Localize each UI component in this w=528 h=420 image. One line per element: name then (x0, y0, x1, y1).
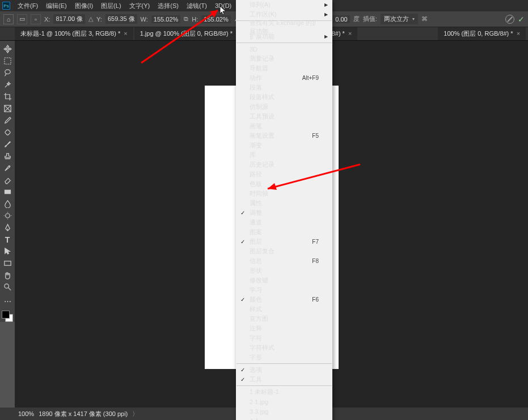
menu-item[interactable]: 通道 (236, 218, 332, 227)
svg-point-1 (5, 70, 10, 74)
eraser-tool-icon[interactable] (1, 174, 14, 186)
menu-item[interactable]: 学习 (236, 285, 332, 295)
menu-item[interactable]: 图案 (236, 227, 332, 237)
dodge-tool-icon[interactable] (1, 210, 14, 222)
menu-item[interactable]: 历史记录 (236, 160, 332, 169)
frame-tool-icon[interactable] (1, 103, 14, 114)
status-chevron-icon[interactable]: 〉 (132, 410, 138, 418)
menu-item[interactable]: 3D (236, 44, 332, 54)
history-brush-tool-icon[interactable] (1, 162, 14, 174)
wand-tool-icon[interactable] (1, 79, 14, 91)
warp-icon[interactable]: ⌘ (421, 15, 428, 23)
menu-item[interactable]: 3 3.jpg (236, 406, 332, 416)
menu-layer[interactable]: 图层(L) (97, 1, 125, 11)
zoom-tool-icon[interactable] (1, 281, 14, 293)
menu-file[interactable]: 文件(F) (14, 1, 42, 11)
y-label: Y: (96, 16, 102, 23)
lasso-tool-icon[interactable] (1, 67, 14, 79)
menu-edit[interactable]: 编辑(E) (42, 1, 71, 11)
x-value[interactable]: 817.00 像 (53, 14, 85, 24)
close-icon[interactable]: × (348, 30, 352, 37)
skew-icon: 度 (353, 15, 360, 23)
pen-tool-icon[interactable] (1, 222, 14, 234)
document-tab[interactable]: 未标题-1 @ 100% (图层 3, RGB/8) *× (15, 27, 133, 40)
menu-item[interactable]: 字符样式 (236, 343, 332, 353)
document-tab[interactable]: 1.jpg @ 100% (图层 0, RGB/8#) *× (134, 27, 246, 40)
type-tool-icon[interactable]: T (1, 234, 14, 245)
path-select-tool-icon[interactable] (1, 245, 14, 257)
menu-item[interactable]: 样式 (236, 304, 332, 314)
eyedropper-tool-icon[interactable] (1, 114, 14, 126)
menu-item[interactable]: 扩展功能 (236, 32, 332, 41)
menu-item[interactable]: 仿制源 (236, 102, 332, 112)
menu-item[interactable]: 库 (236, 150, 332, 160)
h-value[interactable]: 155.02% (201, 15, 230, 23)
gradient-tool-icon[interactable] (1, 186, 14, 198)
menu-item[interactable]: 工具 (236, 375, 332, 384)
reference-point-icon[interactable]: ▫ (31, 14, 41, 24)
menu-item[interactable]: 段落样式 (236, 92, 332, 102)
menu-item[interactable]: 测量记录 (236, 54, 332, 63)
interp-label: 插值: (363, 15, 377, 23)
menu-item[interactable]: 形状 (236, 266, 332, 275)
menu-item[interactable]: 路径 (236, 169, 332, 179)
svg-rect-3 (5, 129, 11, 135)
menu-item[interactable]: 查找有关 Exchange 的扩展功能... (236, 22, 332, 32)
menu-item[interactable]: 段落 (236, 83, 332, 92)
menu-item[interactable]: 调整 (236, 208, 332, 218)
menu-item[interactable]: 图层复合 (236, 247, 332, 256)
edit-toolbar-icon[interactable]: ⋯ (1, 295, 14, 307)
menu-item[interactable]: 排列(A) (236, 0, 332, 10)
menu-item[interactable]: 画笔设置F5 (236, 131, 332, 141)
commit-icon[interactable]: ✓ (518, 15, 525, 24)
document-tab[interactable]: 100% (图层 0, RGB/8#) *× (438, 27, 526, 40)
menu-item[interactable]: 动作Alt+F9 (236, 73, 332, 83)
menu-item[interactable]: 工具预设 (236, 112, 332, 121)
marquee-tool-icon[interactable] (1, 55, 14, 67)
menu-item[interactable]: 1 未标题-1 (236, 387, 332, 397)
svg-point-7 (4, 284, 9, 289)
menu-type[interactable]: 文字(Y) (125, 1, 154, 11)
menu-item[interactable]: 颜色F6 (236, 295, 332, 304)
transform-icon[interactable]: ▭ (17, 14, 27, 24)
menu-item[interactable]: 信息F8 (236, 256, 332, 266)
menu-item[interactable]: 2 1.jpg (236, 397, 332, 406)
menu-filter[interactable]: 滤镜(T) (183, 1, 211, 11)
menu-item[interactable]: 直方图 (236, 314, 332, 324)
hand-tool-icon[interactable] (1, 269, 14, 281)
zoom-level[interactable]: 100% (18, 410, 34, 417)
y-value[interactable]: 659.35 像 (105, 14, 137, 24)
crop-tool-icon[interactable] (1, 91, 14, 103)
rectangle-tool-icon[interactable] (1, 257, 14, 269)
menu-select[interactable]: 选择(S) (154, 1, 183, 11)
heal-tool-icon[interactable] (1, 126, 14, 138)
blur-tool-icon[interactable] (1, 198, 14, 210)
menu-item[interactable]: 渐变 (236, 141, 332, 150)
w-value[interactable]: 155.02% (151, 15, 180, 23)
menu-item[interactable]: 注释 (236, 324, 332, 333)
color-swatch[interactable] (2, 311, 13, 322)
menu-image[interactable]: 图像(I) (71, 1, 97, 11)
menu-item[interactable]: 色板 (236, 179, 332, 189)
menu-item[interactable]: 选项 (236, 365, 332, 375)
interp-select[interactable]: 两次立方▾ (381, 14, 418, 24)
menu-item[interactable]: 修改键 (236, 275, 332, 285)
close-icon[interactable]: × (124, 30, 127, 37)
menu-item[interactable]: 图层F7 (236, 237, 332, 247)
brush-tool-icon[interactable] (1, 138, 14, 150)
triangle-icon[interactable]: △ (88, 15, 93, 23)
menu-item[interactable]: 属性 (236, 198, 332, 208)
home-icon[interactable]: ⌂ (3, 14, 14, 24)
menu-item[interactable]: 字符 (236, 333, 332, 343)
menu-item[interactable]: 画笔 (236, 121, 332, 131)
menu-item[interactable]: 4 4.jpg (236, 416, 332, 420)
stamp-tool-icon[interactable] (1, 150, 14, 162)
menu-item[interactable]: 时间轴 (236, 189, 332, 198)
link-icon[interactable]: ⧉ (184, 15, 188, 23)
menu-item[interactable]: 字形 (236, 353, 332, 362)
menu-item[interactable]: 导航器 (236, 63, 332, 73)
cancel-icon[interactable] (505, 15, 514, 24)
close-icon[interactable]: × (517, 30, 520, 37)
move-tool-icon[interactable] (1, 43, 14, 55)
menu-item[interactable]: 工作区(K) (236, 10, 332, 19)
